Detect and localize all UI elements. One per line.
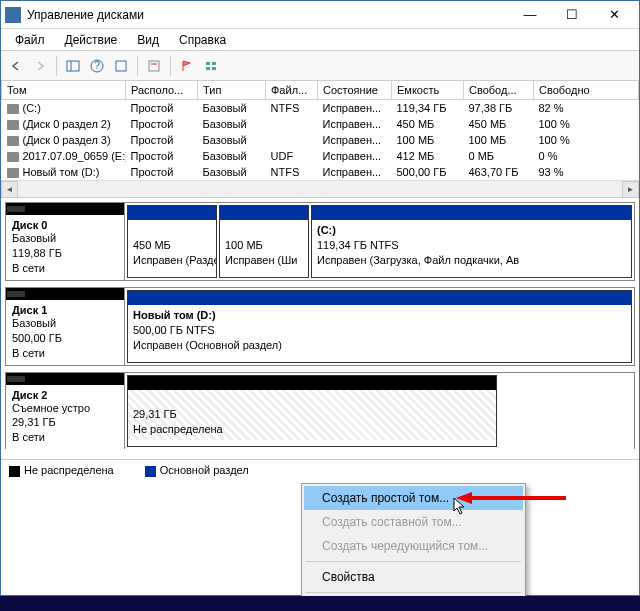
help-icon[interactable]: ? [86,55,108,77]
forward-icon[interactable] [29,55,51,77]
titlebar: Управление дисками — ☐ ✕ [1,1,639,29]
table-header-row: Том Располо... Тип Файл... Состояние Емк… [2,81,639,100]
taskbar-strip [0,596,640,611]
context-menu: Создать простой том... Создать составной… [301,483,526,611]
menu-action[interactable]: Действие [55,31,128,49]
col-percent[interactable]: Свободно [534,81,639,100]
ctx-create-striped-volume: Создать чередующийся том... [304,534,523,558]
svg-rect-7 [206,62,210,65]
toolbar: ? [1,51,639,81]
legend-swatch-unallocated [9,466,20,477]
menu-help[interactable]: Справка [169,31,236,49]
minimize-button[interactable]: — [509,2,551,28]
disk-0-row: Диск 0 Базовый 119,88 ГБ В сети 450 МБИс… [5,202,635,281]
disk-1-partition-d[interactable]: Новый том (D:)500,00 ГБ NTFSИсправен (Ос… [127,290,632,363]
disk-graphical-view: Диск 0 Базовый 119,88 ГБ В сети 450 МБИс… [1,198,639,459]
svg-rect-9 [206,67,210,70]
maximize-button[interactable]: ☐ [551,2,593,28]
volume-table: Том Располо... Тип Файл... Состояние Емк… [1,81,639,198]
col-volume[interactable]: Том [2,81,126,100]
app-icon [5,7,21,23]
legend-primary: Основной раздел [160,464,249,476]
disk-0-label[interactable]: Диск 0 Базовый 119,88 ГБ В сети [6,203,125,280]
back-icon[interactable] [5,55,27,77]
legend: Не распределена Основной раздел [1,459,639,481]
disk-0-partition-1[interactable]: 450 МБИсправен (Раздел в [127,205,217,278]
grid-icon[interactable] [200,55,222,77]
legend-unallocated: Не распределена [24,464,114,476]
col-capacity[interactable]: Емкость [392,81,464,100]
disk-1-label[interactable]: Диск 1 Базовый 500,00 ГБ В сети [6,288,125,365]
menu-view[interactable]: Вид [127,31,169,49]
disk-2-row: Диск 2 Съемное устро 29,31 ГБ В сети 29,… [5,372,635,450]
disk-2-unallocated[interactable]: 29,31 ГБНе распределена [127,375,497,448]
svg-rect-5 [149,61,159,71]
legend-swatch-primary [145,466,156,477]
svg-rect-10 [212,67,216,70]
table-row[interactable]: (Диск 0 раздел 3)ПростойБазовыйИсправен.… [2,132,639,148]
ctx-create-spanned-volume: Создать составной том... [304,510,523,534]
col-fs[interactable]: Файл... [266,81,318,100]
properties-icon[interactable] [143,55,165,77]
window-title: Управление дисками [27,8,509,22]
disk-0-partition-2[interactable]: 100 МБИсправен (Ши [219,205,309,278]
svg-rect-4 [116,61,126,71]
panel-icon[interactable] [62,55,84,77]
menu-file[interactable]: Файл [5,31,55,49]
disk-1-row: Диск 1 Базовый 500,00 ГБ В сети Новый то… [5,287,635,366]
col-status[interactable]: Состояние [318,81,392,100]
svg-rect-0 [67,61,79,71]
table-row[interactable]: Новый том (D:)ПростойБазовыйNTFSИсправен… [2,164,639,180]
flag-icon[interactable] [176,55,198,77]
col-free[interactable]: Свобод... [464,81,534,100]
menubar: Файл Действие Вид Справка [1,29,639,51]
col-type[interactable]: Тип [198,81,266,100]
col-layout[interactable]: Располо... [126,81,198,100]
table-row[interactable]: (Диск 0 раздел 2)ПростойБазовыйИсправен.… [2,116,639,132]
disk-0-partition-c[interactable]: (C:)119,34 ГБ NTFSИсправен (Загрузка, Фа… [311,205,632,278]
svg-text:?: ? [94,59,100,71]
close-button[interactable]: ✕ [593,2,635,28]
ctx-create-simple-volume[interactable]: Создать простой том... [304,486,523,510]
refresh-icon[interactable] [110,55,132,77]
h-scrollbar[interactable]: ◄► [1,180,639,197]
table-row[interactable]: (C:)ПростойБазовыйNTFSИсправен...119,34 … [2,100,639,117]
disk-2-label[interactable]: Диск 2 Съемное устро 29,31 ГБ В сети [6,373,125,450]
table-row[interactable]: 2017.07.09_0659 (E:)ПростойБазовыйUDFИсп… [2,148,639,164]
ctx-properties[interactable]: Свойства [304,565,523,589]
svg-rect-8 [212,62,216,65]
